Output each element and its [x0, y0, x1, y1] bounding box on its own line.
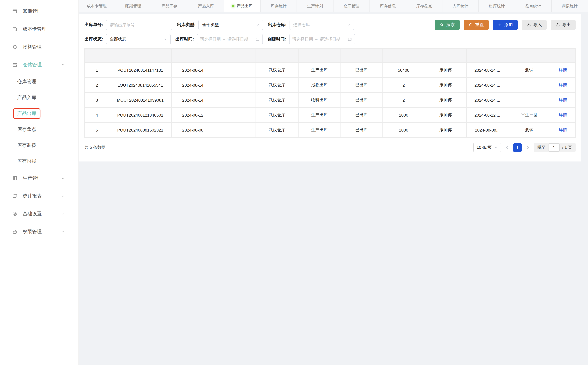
sidebar-item-production[interactable]: 生产管理 [0, 169, 78, 187]
filter-row-1: 出库单号: 出库类型: 全部类型 出库仓库: [84, 20, 576, 30]
create-time-range-picker[interactable]: 请选择日期 – 请选择日期 [289, 34, 355, 44]
detail-link[interactable]: 详情 [559, 112, 567, 117]
cell-warehouse: 武汉仓库 [255, 122, 299, 137]
report-icon [12, 193, 18, 199]
page-jumper: 跳至 / 1 页 [534, 143, 576, 152]
tab-stock-stats[interactable]: 库存统计 [260, 0, 297, 12]
sidebar-item-label: 统计报表 [23, 193, 42, 199]
current-page-button[interactable]: 1 [513, 143, 522, 152]
filter-warehouse: 出库仓库: 选择仓库 [268, 20, 354, 30]
prev-page-button[interactable] [504, 145, 510, 150]
detail-link[interactable]: 详情 [559, 98, 567, 102]
export-button[interactable]: 导出 [551, 20, 576, 30]
tab-inbound-stats[interactable]: 入库统计 [442, 0, 479, 12]
sidebar-item-stock-count[interactable]: 库存盘点 [0, 121, 78, 137]
shop-icon [12, 62, 18, 67]
search-button[interactable]: 搜索 [435, 20, 460, 30]
cell-qty: 2 [383, 77, 425, 92]
cell-remark: 测试 [508, 122, 550, 137]
tab-label: 产品库存 [161, 3, 177, 9]
plus-icon [497, 23, 502, 27]
cell-index: 4 [84, 107, 109, 122]
tab-stock-info[interactable]: 库存信息 [370, 0, 406, 12]
sidebar-item-product-inbound[interactable]: 产品入库 [0, 90, 78, 105]
tab-product-stock[interactable]: 产品库存 [151, 0, 188, 12]
tab-product-outbound[interactable]: 产品出库 [224, 0, 260, 12]
cell-index: 1 [84, 63, 109, 77]
tab-stock-count[interactable]: 库存盘点 [406, 0, 442, 12]
reset-button[interactable]: 重置 [464, 20, 489, 30]
sidebar-item-stock-transfer[interactable]: 库存调拨 [0, 137, 78, 153]
export-icon [555, 23, 560, 27]
detail-link[interactable]: 详情 [559, 83, 567, 87]
table-row: 1 POUT202408141147131 2024-08-14 武汉仓库 生产… [84, 63, 575, 77]
cell-status: 已出库 [340, 63, 383, 77]
sidebar-item-materials[interactable]: 物料管理 [0, 38, 78, 56]
sidebar: 账期管理 成本卡管理 物料管理 仓储管理 仓库管理 [0, 0, 79, 365]
sidebar-item-stock-loss[interactable]: 库存报损 [0, 153, 78, 169]
cell-out-type: 报损出库 [299, 77, 340, 92]
detail-link[interactable]: 详情 [559, 127, 567, 132]
create-time-label: 创建时间: [267, 36, 286, 42]
shop-icon [12, 8, 18, 14]
tab-label: 库存统计 [271, 3, 287, 9]
sidebar-item-billing-period[interactable]: 账期管理 [0, 2, 78, 20]
tab-warehouse-mgmt[interactable]: 仓库管理 [333, 0, 370, 12]
jump-page-input[interactable] [548, 143, 560, 152]
tab-production-plan[interactable]: 生产计划 [297, 0, 333, 12]
table-footer: 共 5 条数据 10 条/页 1 [84, 142, 576, 153]
out-type-select[interactable]: 全部类型 [198, 20, 263, 30]
warehouse-label: 出库仓库: [268, 22, 287, 28]
cell-creator: 康帅傅 [425, 92, 467, 107]
sidebar-item-warehouse-mgmt[interactable]: 仓储管理 [0, 56, 78, 74]
chevron-down-icon [61, 194, 65, 198]
cell-out-date: 2024-08-12 [172, 107, 214, 122]
table-row: 5 POUT202408081502321 2024-08-08 武汉仓库 生产… [84, 122, 575, 137]
tab-product-inbound[interactable]: 产品入库 [188, 0, 224, 12]
sidebar-item-permissions[interactable]: 权限管理 [0, 223, 78, 240]
cell-qty: 2000 [383, 107, 425, 122]
tab-billing-period[interactable]: 账期管理 [115, 0, 151, 12]
sidebar-item-label: 成本卡管理 [23, 26, 47, 32]
chevron-down-icon [61, 176, 65, 180]
add-button[interactable]: 添加 [493, 20, 518, 30]
sidebar-item-product-outbound[interactable]: 产品出库 [0, 105, 78, 121]
next-page-button[interactable] [525, 145, 530, 150]
filter-order-no: 出库单号: [84, 20, 172, 30]
sidebar-item-label: 仓储管理 [23, 62, 42, 68]
import-button[interactable]: 导入 [522, 20, 546, 30]
cell-order-no: MOUT202408141039081 [109, 92, 171, 107]
tab-label: 入库统计 [453, 3, 469, 9]
order-no-input[interactable] [106, 20, 172, 30]
tab-outbound-stats[interactable]: 出库统计 [479, 0, 515, 12]
cell-out-date: 2024-08-14 [172, 77, 214, 92]
sidebar-item-label: 仓库管理 [17, 78, 36, 84]
tab-count-stats[interactable]: 盘点统计 [515, 0, 552, 12]
cell-order-no: POUT202408141147131 [109, 63, 171, 77]
sidebar-item-basic-settings[interactable]: 基础设置 [0, 205, 78, 223]
detail-link[interactable]: 详情 [559, 68, 567, 72]
warehouse-select[interactable]: 选择仓库 [289, 20, 354, 30]
out-type-label: 出库类型: [177, 22, 196, 28]
column-header [172, 49, 214, 63]
tab-transfer-stats[interactable]: 调拨统计 [552, 0, 588, 12]
sidebar-item-reports[interactable]: 统计报表 [0, 187, 78, 205]
cell-index: 5 [84, 122, 109, 137]
tab-label: 调拨统计 [562, 3, 578, 9]
page-size-select[interactable]: 10 条/页 [473, 143, 501, 152]
tab-cost-card[interactable]: 成本卡管理 [79, 0, 115, 12]
sidebar-item-label: 库存调拨 [17, 142, 36, 148]
sidebar-item-cost-card[interactable]: 成本卡管理 [0, 20, 78, 38]
sidebar-item-warehouse[interactable]: 仓库管理 [0, 74, 78, 90]
out-time-range-picker[interactable]: 请选择日期 – 请选择日期 [197, 34, 263, 44]
card-icon [12, 26, 18, 32]
column-header [299, 49, 340, 63]
column-header [255, 49, 299, 63]
import-icon [526, 23, 531, 27]
sidebar-item-label: 产品出库 [13, 108, 41, 119]
status-select[interactable]: 全部状态 [106, 34, 171, 44]
cell-creator: 康帅傅 [425, 107, 467, 122]
warehouse-placeholder: 选择仓库 [293, 22, 347, 28]
cell-out-type: 生产出库 [299, 122, 340, 137]
end-date-placeholder: 请选择日期 [227, 36, 248, 42]
